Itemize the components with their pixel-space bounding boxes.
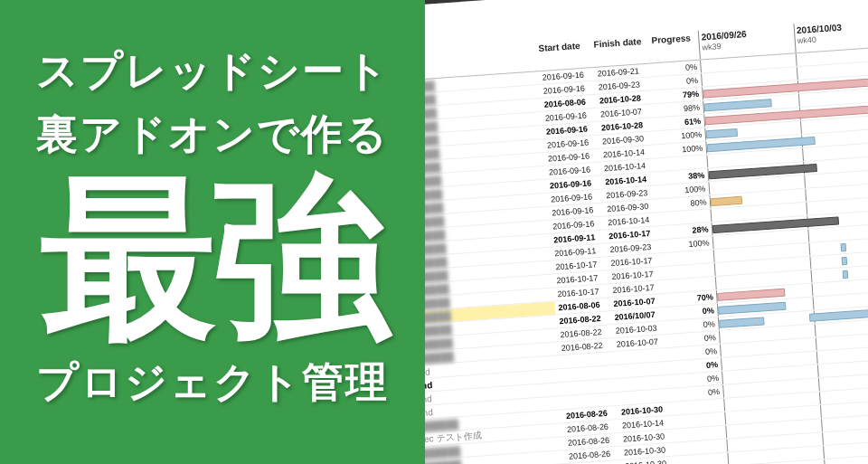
gantt-bar[interactable] <box>711 196 743 206</box>
headline-panel: スプレッドシート 裏アドオンで作る 最強 プロジェクト管理 <box>0 0 425 464</box>
col-progress: Progress <box>649 31 701 63</box>
spreadsheet-table-wrap: Start date Finish date Progress 2016/09/… <box>384 17 868 464</box>
headline-line2: 裏アドオンで作る <box>36 107 389 163</box>
col-start: Start date <box>536 38 593 71</box>
col-week-1: 2016/10/03 wk40 <box>794 17 868 53</box>
headline-line3: プロジェクト管理 <box>36 355 389 411</box>
headline-line1: スプレッドシート <box>36 43 390 99</box>
headline-big: 最強 <box>41 170 384 347</box>
gantt-bar[interactable] <box>706 128 739 138</box>
gantt-bar[interactable] <box>720 317 766 327</box>
gantt-table: Start date Finish date Progress 2016/09/… <box>384 17 868 464</box>
col-finish: Finish date <box>591 33 651 67</box>
